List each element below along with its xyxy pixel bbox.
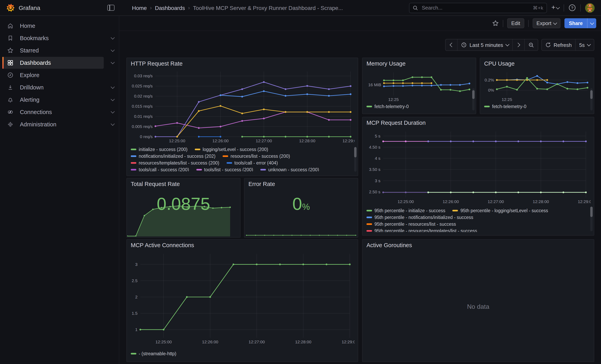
sidebar-item-dashboards[interactable]: Dashboards xyxy=(2,57,104,69)
legend-item[interactable]: 95th percentile - resources/templates/li… xyxy=(367,228,477,232)
panel-title[interactable]: MCP Active Connections xyxy=(131,242,194,248)
legend-item[interactable]: initialize - success (200) xyxy=(131,147,187,152)
share-button[interactable]: Share xyxy=(565,18,587,28)
panel-mcp-request-duration: MCP Request Duration 5 s4.50 s4 s3.50 s3… xyxy=(362,117,594,236)
legend-item[interactable]: fetch-telemetry-0 xyxy=(367,104,409,109)
divider xyxy=(580,4,581,11)
chart-legend: - (streamable-http) xyxy=(130,348,355,358)
legend-item[interactable]: unknown - success (200) xyxy=(260,167,319,171)
panel-title[interactable]: Total Request Rate xyxy=(131,181,180,187)
chevron-down-icon[interactable] xyxy=(111,122,115,126)
legend-item[interactable]: fetch-telemetry-0 xyxy=(484,104,526,109)
plug-icon xyxy=(7,109,13,115)
breadcrumb-dashboards[interactable]: Dashboards xyxy=(155,5,185,11)
panel-active-goroutines: Active Goroutines No data xyxy=(362,239,594,362)
mcp-active-connections-chart[interactable]: 11.522.5312:25:0012:26:0012:27:0012:28:0… xyxy=(130,250,355,348)
sidebar-item-administration[interactable]: Administration xyxy=(2,118,104,130)
sidebar-item-home[interactable]: Home xyxy=(2,20,104,32)
grafana-app: Grafana Home › Dashboards › ToolHive MCP… xyxy=(0,0,601,364)
legend-item[interactable]: tools/call - success (200) xyxy=(131,167,189,171)
mcp-request-duration-chart[interactable]: 5 s4.50 s4 s3.50 s3 s2.50 s12:25:0012:26… xyxy=(366,128,591,206)
svg-text:0%: 0% xyxy=(488,88,494,92)
refresh-interval-select[interactable]: 5s xyxy=(575,39,594,50)
favorite-star-icon[interactable] xyxy=(492,20,499,27)
svg-text:16 MiB: 16 MiB xyxy=(368,82,381,87)
svg-text:0.2%: 0.2% xyxy=(485,78,494,82)
chevron-down-icon[interactable] xyxy=(111,97,115,101)
chevron-right-icon xyxy=(516,43,520,47)
legend-item[interactable]: tools/call - error (404) xyxy=(226,160,278,165)
sidebar-toggle-icon[interactable] xyxy=(107,5,114,11)
legend-scrollbar[interactable] xyxy=(590,207,593,231)
share-menu-button[interactable] xyxy=(587,18,596,28)
svg-text:12:25: 12:25 xyxy=(388,97,399,102)
user-avatar[interactable] xyxy=(585,3,595,12)
chevron-down-icon xyxy=(553,21,557,25)
legend-item[interactable]: 95th percentile - initialize - success xyxy=(367,208,445,213)
panel-memory-usage: Memory Usage 16 MiB12:25 fetch-telemetry… xyxy=(362,58,476,114)
panel-total-request-rate: Total Request Rate 0.0875 xyxy=(126,178,240,238)
legend-item[interactable]: notifications/initialized - success (202… xyxy=(131,154,215,158)
sidebar-item-drilldown[interactable]: Drilldown xyxy=(2,81,104,93)
panel-title[interactable]: Memory Usage xyxy=(367,60,406,67)
panel-http-request-rate: HTTP Request Rate 0 req/s0.005 req/s0.01… xyxy=(126,58,358,176)
legend-item[interactable]: resources/list - success (200) xyxy=(223,154,290,158)
time-back-button[interactable] xyxy=(446,39,457,50)
legend-scrollbar[interactable] xyxy=(354,147,357,172)
legend-item[interactable]: 95th percentile - notifications/initiali… xyxy=(367,215,473,220)
panel-error-rate: Error Rate 0% xyxy=(244,178,358,238)
chart-legend: fetch-telemetry-0 xyxy=(366,102,473,111)
drilldown-icon xyxy=(7,84,13,91)
time-range-picker[interactable]: Last 5 minutes xyxy=(457,39,512,50)
grid-icon xyxy=(7,59,13,66)
legend-item[interactable]: tools/list - success (200) xyxy=(196,167,253,171)
legend-item[interactable]: 95th percentile - logging/setLevel - suc… xyxy=(452,208,548,213)
sidebar-item-alerting[interactable]: Alerting xyxy=(2,94,104,106)
sidebar: HomeBookmarksStarredDashboardsExploreDri… xyxy=(0,16,119,364)
chevron-down-icon[interactable] xyxy=(111,48,115,52)
panel-title[interactable]: MCP Request Duration xyxy=(367,120,426,126)
chevron-down-icon[interactable] xyxy=(111,109,115,113)
error-rate-sparkline[interactable] xyxy=(245,188,357,236)
export-button[interactable]: Export xyxy=(532,18,561,28)
svg-text:12:27:00: 12:27:00 xyxy=(488,199,504,204)
chevron-down-icon xyxy=(556,5,560,9)
svg-text:12:28:00: 12:28:00 xyxy=(295,340,311,344)
chevron-down-icon[interactable] xyxy=(111,60,115,64)
search-input[interactable] xyxy=(421,4,530,11)
sidebar-item-starred[interactable]: Starred xyxy=(2,45,104,56)
sidebar-item-bookmarks[interactable]: Bookmarks xyxy=(2,32,104,44)
svg-text:12:25:00: 12:25:00 xyxy=(169,138,185,143)
panel-title[interactable]: Error Rate xyxy=(249,181,275,187)
panel-title[interactable]: HTTP Request Rate xyxy=(131,60,183,67)
time-controls: Last 5 minutes Refresh xyxy=(445,39,594,51)
refresh-button[interactable]: Refresh xyxy=(541,39,575,50)
panel-title[interactable]: Active Goroutines xyxy=(367,242,412,248)
help-icon[interactable]: ? xyxy=(568,4,576,11)
legend-item[interactable]: - (streamable-http) xyxy=(131,351,176,356)
legend-item[interactable]: logging/setLevel - success (200) xyxy=(195,147,268,152)
panel-mcp-active-connections: MCP Active Connections 11.522.5312:25:00… xyxy=(126,239,358,362)
total-request-rate-sparkline[interactable] xyxy=(127,188,240,236)
edit-button[interactable]: Edit xyxy=(507,18,524,28)
sidebar-item-connections[interactable]: Connections xyxy=(2,106,104,118)
cpu-usage-chart[interactable]: 0.2%0%12:25 xyxy=(483,68,591,102)
chevron-down-icon[interactable] xyxy=(111,85,115,89)
chevron-down-icon[interactable] xyxy=(111,36,115,39)
http-request-rate-chart[interactable]: 0 req/s0.005 req/s0.01 req/s0.015 req/s0… xyxy=(130,68,355,145)
legend-scrollbar[interactable] xyxy=(590,88,593,110)
chevron-down-icon xyxy=(590,21,594,25)
panel-title[interactable]: CPU Usage xyxy=(484,60,515,67)
search-box[interactable]: ⌘+k xyxy=(409,3,547,13)
zoom-out-button[interactable] xyxy=(524,39,538,50)
grafana-logo-icon[interactable] xyxy=(6,4,15,12)
breadcrumb-home[interactable]: Home xyxy=(132,5,147,11)
svg-text:3 s: 3 s xyxy=(375,178,381,183)
legend-scrollbar[interactable] xyxy=(472,88,475,110)
legend-item[interactable]: resources/templates/list - success (200) xyxy=(131,160,219,165)
add-new-button[interactable]: + xyxy=(551,5,559,11)
sidebar-item-explore[interactable]: Explore xyxy=(2,69,104,81)
memory-usage-chart[interactable]: 16 MiB12:25 xyxy=(366,68,473,102)
legend-item[interactable]: 95th percentile - resources/list - succe… xyxy=(367,222,456,226)
time-forward-button[interactable] xyxy=(512,39,524,50)
